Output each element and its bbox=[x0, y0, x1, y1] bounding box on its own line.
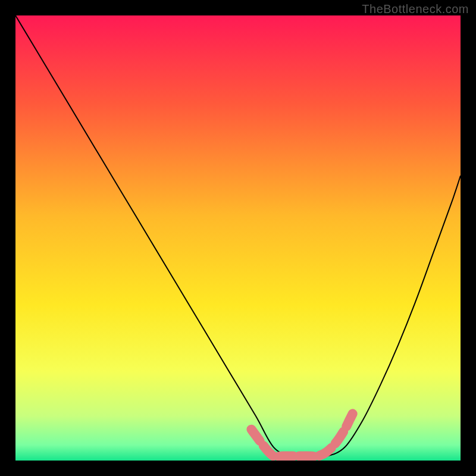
chart-svg bbox=[15, 15, 461, 461]
chart-frame: TheBottleneck.com bbox=[0, 0, 476, 476]
chart-plot-area bbox=[15, 15, 461, 461]
chart-background bbox=[15, 15, 461, 461]
watermark-text: TheBottleneck.com bbox=[362, 2, 469, 16]
